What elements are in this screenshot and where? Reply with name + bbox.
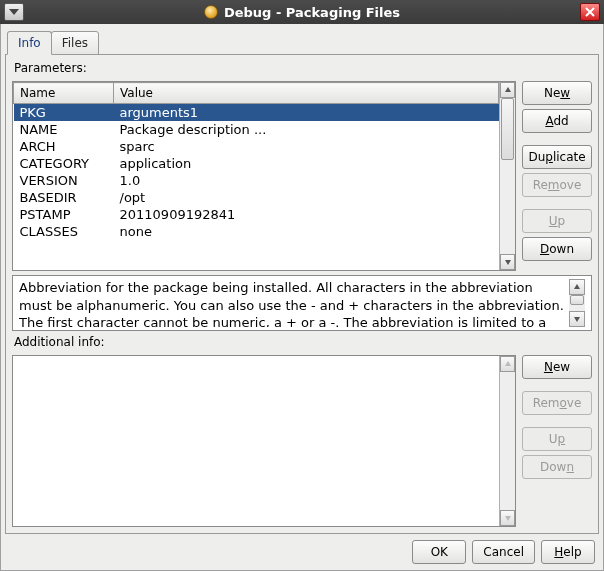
param-name-cell: PKG (14, 104, 114, 122)
param-name-cell: CLASSES (14, 223, 114, 240)
close-button[interactable] (580, 3, 600, 21)
svg-marker-5 (505, 361, 511, 366)
param-name-cell: NAME (14, 121, 114, 138)
window-title: Debug - Packaging Files (224, 5, 400, 20)
svg-marker-0 (9, 9, 19, 15)
additional-scrollbar[interactable] (499, 356, 515, 526)
param-value-cell: sparc (114, 138, 499, 155)
param-name-cell: ARCH (14, 138, 114, 155)
additional-up-button: Up (522, 427, 592, 451)
table-row[interactable]: PSTAMP20110909192841 (14, 206, 499, 223)
additional-info-list[interactable] (12, 355, 516, 527)
window-menu-button[interactable] (4, 3, 24, 21)
param-value-cell: Package description ... (114, 121, 499, 138)
help-button[interactable]: Help (541, 540, 595, 564)
table-row[interactable]: NAMEPackage description ... (14, 121, 499, 138)
ok-button[interactable]: OK (412, 540, 466, 564)
table-row[interactable]: VERSION1.0 (14, 172, 499, 189)
table-row[interactable]: ARCHsparc (14, 138, 499, 155)
param-value-cell: 20110909192841 (114, 206, 499, 223)
param-value-cell: application (114, 155, 499, 172)
parameters-duplicate-button[interactable]: Duplicate (522, 145, 592, 169)
app-icon (204, 5, 218, 19)
scroll-up-icon[interactable] (500, 82, 515, 98)
parameters-table-container: Name Value PKGarguments1NAMEPackage desc… (12, 81, 516, 271)
description-scrollbar[interactable] (569, 279, 585, 327)
tab-bar: Info Files (7, 28, 599, 54)
additional-new-button[interactable]: New (522, 355, 592, 379)
parameters-table[interactable]: Name Value PKGarguments1NAMEPackage desc… (13, 82, 499, 240)
table-row[interactable]: CLASSESnone (14, 223, 499, 240)
svg-marker-4 (574, 317, 580, 322)
param-value-cell: none (114, 223, 499, 240)
param-value-cell: arguments1 (114, 104, 499, 122)
parameters-scrollbar[interactable] (499, 82, 515, 270)
param-name-cell: PSTAMP (14, 206, 114, 223)
param-name-cell: VERSION (14, 172, 114, 189)
param-value-cell: /opt (114, 189, 499, 206)
tab-info[interactable]: Info (7, 31, 52, 55)
column-header-value[interactable]: Value (114, 83, 499, 104)
svg-marker-3 (574, 284, 580, 289)
scroll-down-icon[interactable] (500, 254, 515, 270)
tab-pane-info: Parameters: Name Value PK (5, 54, 599, 534)
param-value-cell: 1.0 (114, 172, 499, 189)
additional-down-button: Down (522, 455, 592, 479)
parameters-remove-button: Remove (522, 173, 592, 197)
svg-marker-1 (505, 87, 511, 92)
parameters-label: Parameters: (14, 61, 592, 75)
additional-remove-button: Remove (522, 391, 592, 415)
title-bar: Debug - Packaging Files (0, 0, 604, 24)
parameters-add-button[interactable]: Add (522, 109, 592, 133)
dialog-button-bar: OK Cancel Help (5, 534, 599, 566)
scroll-thumb[interactable] (501, 98, 514, 160)
table-row[interactable]: BASEDIR/opt (14, 189, 499, 206)
svg-marker-6 (505, 516, 511, 521)
parameters-up-button: Up (522, 209, 592, 233)
column-header-name[interactable]: Name (14, 83, 114, 104)
table-row[interactable]: PKGarguments1 (14, 104, 499, 122)
description-box: Abbreviation for the package being insta… (12, 275, 592, 331)
svg-marker-2 (505, 260, 511, 265)
parameters-new-button[interactable]: New (522, 81, 592, 105)
tab-files[interactable]: Files (51, 31, 99, 55)
additional-info-label: Additional info: (14, 335, 592, 349)
parameters-down-button[interactable]: Down (522, 237, 592, 261)
cancel-button[interactable]: Cancel (472, 540, 535, 564)
table-row[interactable]: CATEGORYapplication (14, 155, 499, 172)
param-name-cell: CATEGORY (14, 155, 114, 172)
param-name-cell: BASEDIR (14, 189, 114, 206)
description-text: Abbreviation for the package being insta… (19, 279, 569, 327)
